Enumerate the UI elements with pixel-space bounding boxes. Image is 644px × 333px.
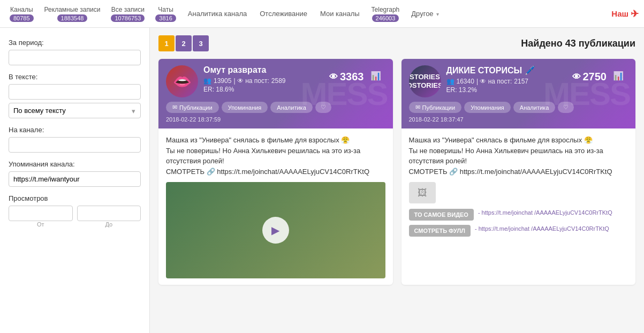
channel-field: На канале: [9, 126, 141, 153]
page-tab-3[interactable]: 3 [193, 35, 209, 51]
nav-chats[interactable]: Чаты 3816 [151, 4, 180, 24]
card-left-text: Машка из "Универа" снялась в фильме для … [166, 135, 385, 177]
card-right-timestamp: 2018-02-22 18:37:47 [409, 116, 628, 123]
card-right-avatar: STORIESDSTORIES [409, 65, 441, 97]
btn-heart-right[interactable]: ♡ [558, 102, 574, 113]
nav-nash-label: Наш [611, 9, 628, 18]
content-header: 1 2 3 Найдено 43 публикации [158, 35, 635, 51]
btn-mention-right[interactable]: Упоминания [464, 102, 511, 113]
card-left-views-per-post: 2589 [271, 77, 286, 85]
nav-channels-badge: 80785 [10, 14, 34, 22]
card-left: MESS 👄 Омут разврата 👥 13905 | 👁 на пост… [158, 59, 393, 285]
cta-link-2: - https://t.me/joinchat /AAAAAELyjuCV14C… [475, 225, 609, 233]
views-to-wrap: До [77, 206, 141, 228]
media-placeholder-right: 🖼 [409, 182, 436, 203]
text-field: В тексте: По всему тексту [9, 73, 141, 118]
views-from-input[interactable] [9, 206, 73, 221]
mentions-field: Упоминания канала: [9, 160, 141, 187]
views-from-wrap: От [9, 206, 73, 228]
views-to-label: До [77, 221, 141, 228]
text-input[interactable] [9, 84, 141, 100]
telegram-icon: ✈ [631, 8, 639, 20]
card-left-body: Машка из "Универа" снялась в фильме для … [158, 128, 393, 285]
card-right-er: ER: 13.2% [446, 86, 628, 94]
card-right-subscribers: 16340 [457, 78, 474, 85]
btn-publish-right[interactable]: ✉ Публикации [409, 102, 462, 113]
nav-chats-badge: 3816 [155, 14, 176, 22]
card-left-top-row: 👄 Омут разврата 👥 13905 | 👁 на пост: 258… [166, 65, 385, 97]
btn-mention-left[interactable]: Упоминания [222, 102, 268, 113]
card-left-header: MESS 👄 Омут разврата 👥 13905 | 👁 на пост… [158, 59, 393, 128]
nav-telegraph-badge: 246003 [372, 14, 399, 22]
btn-analytics-left[interactable]: Аналитика [270, 102, 312, 113]
nav-other-arrow: ▾ [436, 11, 439, 17]
card-left-total-views: 3363 [340, 71, 364, 83]
nav-analytics[interactable]: Аналитика канала [183, 7, 252, 20]
card-right: MESS STORIESDSTORIES ДИКИЕ СТОРИСЫ 🖊️ 👥 … [401, 59, 636, 285]
card-left-subscribers: 13905 [214, 77, 231, 85]
views-range: От До [9, 206, 141, 228]
page-tab-2[interactable]: 2 [176, 35, 192, 51]
card-left-image: ▶ [166, 182, 385, 278]
nav-ad-posts[interactable]: Рекламные записи 1883548 [40, 4, 105, 24]
sidebar: За период: 2017-09-01 - 2018-03-19 В тек… [0, 28, 150, 333]
period-field: За период: 2017-09-01 - 2018-03-19 [9, 39, 141, 65]
card-left-timestamp: 2018-02-22 18:37:59 [166, 116, 385, 123]
nav-all-posts-label: Все записи [111, 6, 145, 13]
cards-grid: MESS 👄 Омут разврата 👥 13905 | 👁 на пост… [158, 59, 635, 285]
nav-channels[interactable]: Каналы 80785 [5, 4, 38, 24]
nav-all-posts[interactable]: Все записи 10786753 [107, 4, 149, 24]
main-layout: За период: 2017-09-01 - 2018-03-19 В тек… [0, 28, 644, 333]
cta-row-2: СМОТРЕТЬ ФУЛЛ - https://t.me/joinchat /A… [409, 225, 628, 237]
card-right-body: Машка из "Универа" снялась в фильме для … [401, 128, 636, 247]
period-label: За период: [9, 39, 141, 47]
content-area: 1 2 3 Найдено 43 публикации MESS 👄 Омут … [150, 28, 644, 333]
cta-block-1: ТО САМОЕ ВИДЕО - https://t.me/joinchat /… [409, 209, 628, 221]
text-label: В тексте: [9, 73, 141, 81]
nav-my-channels[interactable]: Мои каналы [315, 7, 365, 20]
nav-chats-label: Чаты [158, 6, 173, 13]
btn-heart-left[interactable]: ♡ [315, 102, 331, 113]
nav-all-posts-badge: 10786753 [111, 14, 145, 22]
play-button-left[interactable]: ▶ [262, 217, 289, 244]
nav-nash[interactable]: Наш ✈ [611, 8, 639, 20]
text-scope-select[interactable]: По всему тексту [9, 103, 141, 118]
card-right-views-per-post: 2157 [514, 78, 528, 85]
page-tab-1[interactable]: 1 [158, 35, 175, 51]
cta-btn-1[interactable]: ТО САМОЕ ВИДЕО [409, 209, 474, 221]
btn-publish-left[interactable]: ✉ Публикации [166, 102, 219, 113]
mentions-label: Упоминания канала: [9, 160, 141, 168]
card-left-avatar: 👄 [166, 65, 198, 97]
nav-telegraph-label: Telegraph [372, 6, 400, 13]
card-left-views: 👁 3363 [329, 71, 364, 83]
views-label: Просмотров [9, 194, 141, 202]
nav-other[interactable]: Другое ▾ [406, 7, 444, 20]
chart-icon-right[interactable]: 📊 [613, 71, 624, 81]
nav-ad-posts-badge: 1883548 [57, 14, 88, 22]
card-right-header: MESS STORIESDSTORIES ДИКИЕ СТОРИСЫ 🖊️ 👥 … [401, 59, 636, 128]
send-icon-right: ✉ [415, 104, 420, 111]
card-right-top-row: STORIESDSTORIES ДИКИЕ СТОРИСЫ 🖊️ 👥 16340… [409, 65, 628, 97]
nav-telegraph[interactable]: Telegraph 246003 [367, 4, 404, 24]
channel-input[interactable] [9, 137, 141, 153]
mentions-input[interactable] [9, 171, 141, 187]
views-to-input[interactable] [77, 206, 141, 221]
results-count: Найдено 43 публикации [521, 38, 635, 49]
chart-icon-left[interactable]: 📊 [370, 71, 381, 81]
eye-icon-left: 👁 [329, 72, 338, 82]
people-icon-right: 👥 [446, 78, 454, 85]
nav-channels-label: Каналы [10, 6, 33, 13]
top-navigation: Каналы 80785 Рекламные записи 1883548 Вс… [0, 0, 644, 28]
card-right-total-views: 2750 [583, 71, 607, 83]
nav-tracking[interactable]: Отслеживание [254, 7, 313, 20]
cta-row-1: ТО САМОЕ ВИДЕО - https://t.me/joinchat /… [409, 209, 628, 221]
period-input[interactable]: 2017-09-01 - 2018-03-19 [9, 50, 141, 65]
card-right-text: Машка из "Универа" снялась в фильме для … [409, 135, 628, 177]
people-icon: 👥 [203, 77, 211, 85]
channel-label: На канале: [9, 126, 141, 134]
views-field: Просмотров От До [9, 194, 141, 228]
btn-analytics-right[interactable]: Аналитика [513, 102, 555, 113]
cta-link-1: - https://t.me/joinchat /AAAAAELyjuCV14C… [478, 209, 612, 217]
send-icon-left: ✉ [172, 104, 177, 111]
cta-btn-2[interactable]: СМОТРЕТЬ ФУЛЛ [409, 225, 471, 237]
